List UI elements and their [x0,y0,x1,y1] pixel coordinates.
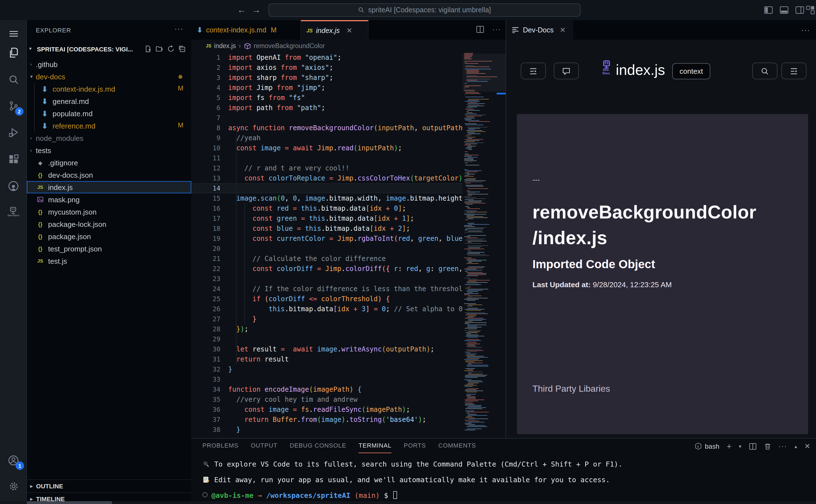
outline-section[interactable]: ▸OUTLINE [27,479,191,492]
panel-tab-comments[interactable]: COMMENTS [438,442,476,453]
kill-terminal-icon[interactable] [764,442,771,450]
json-file-icon: {} [36,220,45,229]
search-icon[interactable] [0,70,27,88]
menu-icon[interactable] [0,25,27,42]
dev-docs-extension-icon[interactable]: Dev-Docs [0,203,27,221]
tree-item-mycustom.json[interactable]: {}mycustom.json [27,206,191,218]
activity-bar: 2 Dev-Docs 1 [0,20,27,504]
git-file-icon: ◆ [36,158,45,167]
tree-item-package.json[interactable]: {}package.json [27,230,191,243]
toc-button[interactable] [521,63,546,79]
json-file-icon: {} [36,170,45,179]
toggle-sidebar-icon[interactable] [764,6,773,15]
panel-tab-output[interactable]: OUTPUT [251,442,278,453]
refresh-icon[interactable] [167,45,174,53]
tab-index-js[interactable]: JS index.js ✕ [301,20,369,40]
last-updated: Last Updated at: 9/28/2024, 12:23:25 AM [532,280,672,289]
tree-item-dev-docs[interactable]: ▾dev-docs [27,70,191,83]
tree-item-test_prompt.json[interactable]: {}test_prompt.json [27,243,191,255]
toggle-secondary-sidebar-icon[interactable] [795,6,804,15]
account-badge: 1 [16,462,24,470]
frontmatter-dashes: --- [532,175,540,184]
terminal-dropdown-icon[interactable]: ▾ [739,443,741,449]
nav-forward-icon[interactable]: → [252,5,261,15]
customize-layout-icon[interactable] [806,6,815,15]
context-chip[interactable]: context [672,63,710,79]
workspace-name: SPRITEAI [CODESPACES: VIGI... [37,46,141,53]
tree-item-mask.png[interactable]: mask.png [27,193,191,206]
close-panel-icon[interactable]: ✕ [804,442,810,450]
collapse-all-icon[interactable] [178,45,186,53]
editor-group: ⬇ context-index.js.md M JS index.js ✕ ··… [191,20,506,438]
bottom-scrollbar-slider[interactable] [27,501,112,504]
panel-tab-problems[interactable]: PROBLEMS [202,442,239,453]
terminal-shell-label[interactable]: $ bash [695,442,719,450]
tree-item-general.md[interactable]: ⬇general.md [27,95,191,107]
run-debug-icon[interactable] [0,123,27,141]
tab-context-index-js-md[interactable]: ⬇ context-index.js.md M [191,20,301,40]
dev-docs-panel: Dev-Docs ✕ ··· Dev-Docs index.js context… [506,20,816,438]
toggle-panel-icon[interactable] [780,6,789,15]
panel-tab-ports[interactable]: PORTS [404,442,426,453]
chat-button[interactable] [554,63,579,79]
nav-back-icon[interactable]: ← [237,5,246,15]
doc-title: index.js [616,61,665,79]
doc-search-button[interactable] [752,63,777,79]
command-center-search[interactable]: spriteAI [Codespaces: vigilant umbrella] [269,3,580,17]
tree-item-index.js[interactable]: JSindex.js [27,181,191,193]
terminal[interactable]: To explore VS Code to its fullest, searc… [202,460,623,504]
source-control-icon[interactable]: 2 [0,97,27,115]
panel-tab-terminal[interactable]: TERMINAL [359,442,392,453]
minimap[interactable] [462,52,506,438]
github-icon[interactable] [0,177,27,195]
tree-item-populate.md[interactable]: ⬇populate.md [27,107,191,120]
panel-tabs: PROBLEMSOUTPUTDEBUG CONSOLETERMINALPORTS… [202,442,476,453]
explorer-header: EXPLORER [36,27,71,34]
tree-item-dev-docs.json[interactable]: {}dev-docs.json [27,169,191,181]
file-tree: ›.github▾dev-docs⬇context-index.js.mdM⬇g… [27,58,191,267]
tree-item-test.js[interactable]: JStest.js [27,255,191,267]
modified-badge: M [271,26,277,34]
tree-item-node_modules[interactable]: ›node_modules [27,132,191,144]
dev-docs-logo: Dev-Docs [600,60,613,75]
explorer-more-actions-icon[interactable]: ··· [174,25,183,33]
explorer-sidebar: EXPLORER ··· ▾ SPRITEAI [CODESPACES: VIG… [27,20,191,504]
new-terminal-icon[interactable]: + [727,441,732,451]
close-panel-tab-icon[interactable]: ✕ [560,26,566,34]
tree-item-tests[interactable]: ›tests [27,144,191,156]
symbol-method-icon [244,42,251,49]
tree-item-context-index.js.md[interactable]: ⬇context-index.js.mdM [27,83,191,95]
editor-more-actions-icon[interactable]: ··· [492,25,501,34]
tree-item-.gitignore[interactable]: ◆.gitignore [27,156,191,169]
md-file-icon: ⬇ [40,84,49,93]
img-file-icon [36,195,45,204]
panel-more-actions-icon[interactable]: ··· [801,25,810,35]
doc-heading: removeBackgroundColor/index.js [532,199,756,251]
extensions-icon[interactable] [0,150,27,168]
panel-more-icon[interactable]: ··· [778,442,787,450]
panel-tab-debug-console[interactable]: DEBUG CONSOLE [290,442,346,453]
breadcrumb[interactable]: JS index.js › removeBackgroundColor [191,40,506,52]
md-file-icon: ⬇ [40,97,49,106]
code-editor[interactable]: 1import OpenAI from "openai";2import axi… [191,52,506,438]
doc-list-button[interactable] [781,63,806,79]
explorer-section-header[interactable]: ▾ SPRITEAI [CODESPACES: VIGI... [27,44,191,56]
split-terminal-icon[interactable] [749,442,756,450]
tab-dev-docs[interactable]: Dev-Docs ✕ [506,20,573,40]
json-file-icon: {} [36,244,45,253]
tree-item-package-lock.json[interactable]: {}package-lock.json [27,218,191,230]
maximize-panel-icon[interactable]: ▴ [794,443,797,449]
tree-item-reference.md[interactable]: ⬇reference.mdM [27,120,191,132]
close-tab-icon[interactable]: ✕ [347,26,352,35]
settings-gear-icon[interactable] [0,477,27,495]
md-file-icon: ⬇ [40,121,49,130]
new-folder-icon[interactable] [155,45,163,53]
account-icon[interactable]: 1 [0,451,27,469]
explorer-icon[interactable] [0,44,27,61]
bottom-scrollbar-track[interactable] [0,501,816,504]
json-file-icon: {} [36,207,45,216]
bottom-panel: PROBLEMSOUTPUTDEBUG CONSOLETERMINALPORTS… [191,438,816,504]
new-file-icon[interactable] [144,45,151,53]
split-editor-icon[interactable] [476,25,484,34]
tree-item-.github[interactable]: ›.github [27,58,191,70]
